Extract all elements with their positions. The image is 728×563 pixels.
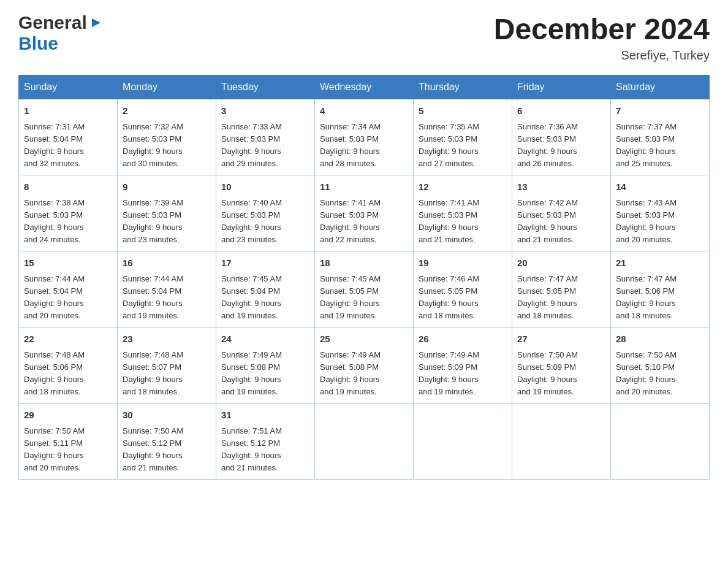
calendar-header-thursday: Thursday [414,75,512,99]
calendar-cell: 29Sunrise: 7:50 AMSunset: 5:11 PMDayligh… [19,404,118,480]
calendar-cell: 17Sunrise: 7:45 AMSunset: 5:04 PMDayligh… [216,251,315,327]
logo-general-text: General [18,12,87,33]
month-title: December 2024 [494,12,710,46]
calendar-cell: 15Sunrise: 7:44 AMSunset: 5:04 PMDayligh… [19,251,118,327]
day-number: 30 [123,408,211,423]
calendar-cell: 9Sunrise: 7:39 AMSunset: 5:03 PMDaylight… [118,175,216,251]
location: Serefiye, Turkey [494,48,710,63]
day-number: 21 [616,256,704,270]
page-header: General Blue December 2024 Serefiye, Tur… [18,12,710,63]
day-number: 5 [419,104,507,118]
calendar-header-friday: Friday [512,75,611,99]
day-number: 25 [320,332,408,347]
day-number: 3 [221,104,309,118]
calendar-header-sunday: Sunday [19,75,118,99]
day-info: Sunrise: 7:43 AMSunset: 5:03 PMDaylight:… [616,197,704,247]
day-info: Sunrise: 7:48 AMSunset: 5:07 PMDaylight:… [123,349,211,399]
day-number: 2 [123,104,211,118]
day-number: 20 [517,256,605,270]
calendar-cell: 28Sunrise: 7:50 AMSunset: 5:10 PMDayligh… [611,327,710,404]
calendar-cell: 25Sunrise: 7:49 AMSunset: 5:08 PMDayligh… [315,327,414,404]
day-number: 6 [517,104,605,118]
calendar-header-tuesday: Tuesday [216,75,315,99]
day-number: 13 [517,180,605,194]
day-info: Sunrise: 7:46 AMSunset: 5:05 PMDaylight:… [419,273,507,323]
calendar-cell: 6Sunrise: 7:36 AMSunset: 5:03 PMDaylight… [512,99,611,175]
day-info: Sunrise: 7:49 AMSunset: 5:08 PMDaylight:… [320,349,408,399]
day-number: 15 [24,256,112,270]
logo: General Blue [18,12,103,54]
calendar-cell: 18Sunrise: 7:45 AMSunset: 5:05 PMDayligh… [315,251,414,327]
logo-arrow-icon [89,16,103,32]
day-info: Sunrise: 7:45 AMSunset: 5:04 PMDaylight:… [221,273,309,323]
calendar-cell: 11Sunrise: 7:41 AMSunset: 5:03 PMDayligh… [315,175,414,251]
day-info: Sunrise: 7:50 AMSunset: 5:10 PMDaylight:… [616,349,704,399]
day-number: 17 [221,256,309,270]
day-number: 8 [24,180,112,194]
calendar-cell: 30Sunrise: 7:50 AMSunset: 5:12 PMDayligh… [118,404,216,480]
svg-marker-0 [92,18,100,27]
calendar-table: SundayMondayTuesdayWednesdayThursdayFrid… [18,75,710,480]
title-section: December 2024 Serefiye, Turkey [494,12,710,63]
day-number: 24 [221,332,309,347]
day-info: Sunrise: 7:48 AMSunset: 5:06 PMDaylight:… [24,349,112,399]
calendar-cell: 8Sunrise: 7:38 AMSunset: 5:03 PMDaylight… [19,175,118,251]
day-info: Sunrise: 7:51 AMSunset: 5:12 PMDaylight:… [221,425,309,475]
calendar-cell [315,404,414,480]
calendar-cell: 12Sunrise: 7:41 AMSunset: 5:03 PMDayligh… [414,175,512,251]
calendar-cell: 10Sunrise: 7:40 AMSunset: 5:03 PMDayligh… [216,175,315,251]
calendar-cell: 7Sunrise: 7:37 AMSunset: 5:03 PMDaylight… [611,99,710,175]
calendar-cell: 14Sunrise: 7:43 AMSunset: 5:03 PMDayligh… [611,175,710,251]
day-number: 28 [616,332,704,347]
calendar-cell: 31Sunrise: 7:51 AMSunset: 5:12 PMDayligh… [216,404,315,480]
calendar-header-monday: Monday [118,75,216,99]
calendar-cell [414,404,512,480]
day-number: 29 [24,408,112,423]
calendar-header-row: SundayMondayTuesdayWednesdayThursdayFrid… [19,75,710,99]
calendar-cell: 2Sunrise: 7:32 AMSunset: 5:03 PMDaylight… [118,99,216,175]
calendar-cell: 24Sunrise: 7:49 AMSunset: 5:08 PMDayligh… [216,327,315,404]
day-info: Sunrise: 7:36 AMSunset: 5:03 PMDaylight:… [517,121,605,170]
day-info: Sunrise: 7:49 AMSunset: 5:08 PMDaylight:… [221,349,309,399]
day-info: Sunrise: 7:47 AMSunset: 5:06 PMDaylight:… [616,273,704,323]
calendar-cell: 3Sunrise: 7:33 AMSunset: 5:03 PMDaylight… [216,99,315,175]
calendar-cell: 16Sunrise: 7:44 AMSunset: 5:04 PMDayligh… [118,251,216,327]
day-info: Sunrise: 7:39 AMSunset: 5:03 PMDaylight:… [123,197,211,247]
day-info: Sunrise: 7:34 AMSunset: 5:03 PMDaylight:… [320,121,408,170]
day-number: 11 [320,180,408,194]
day-number: 26 [419,332,507,347]
calendar-week-3: 15Sunrise: 7:44 AMSunset: 5:04 PMDayligh… [19,251,710,327]
day-number: 22 [24,332,112,347]
day-number: 10 [221,180,309,194]
logo-blue-text: Blue [18,33,58,53]
day-number: 7 [616,104,704,118]
calendar-cell: 23Sunrise: 7:48 AMSunset: 5:07 PMDayligh… [118,327,216,404]
day-number: 1 [24,104,112,118]
calendar-header-wednesday: Wednesday [315,75,414,99]
day-info: Sunrise: 7:37 AMSunset: 5:03 PMDaylight:… [616,121,704,170]
day-info: Sunrise: 7:35 AMSunset: 5:03 PMDaylight:… [419,121,507,170]
calendar-week-5: 29Sunrise: 7:50 AMSunset: 5:11 PMDayligh… [19,404,710,480]
calendar-cell [512,404,611,480]
calendar-cell: 26Sunrise: 7:49 AMSunset: 5:09 PMDayligh… [414,327,512,404]
calendar-cell: 13Sunrise: 7:42 AMSunset: 5:03 PMDayligh… [512,175,611,251]
day-number: 16 [123,256,211,270]
calendar-week-1: 1Sunrise: 7:31 AMSunset: 5:04 PMDaylight… [19,99,710,175]
calendar-cell: 27Sunrise: 7:50 AMSunset: 5:09 PMDayligh… [512,327,611,404]
day-number: 4 [320,104,408,118]
calendar-cell: 19Sunrise: 7:46 AMSunset: 5:05 PMDayligh… [414,251,512,327]
calendar-cell: 4Sunrise: 7:34 AMSunset: 5:03 PMDaylight… [315,99,414,175]
day-info: Sunrise: 7:41 AMSunset: 5:03 PMDaylight:… [320,197,408,247]
calendar-cell: 21Sunrise: 7:47 AMSunset: 5:06 PMDayligh… [611,251,710,327]
day-number: 27 [517,332,605,347]
calendar-week-4: 22Sunrise: 7:48 AMSunset: 5:06 PMDayligh… [19,327,710,404]
day-number: 14 [616,180,704,194]
day-info: Sunrise: 7:40 AMSunset: 5:03 PMDaylight:… [221,197,309,247]
day-info: Sunrise: 7:49 AMSunset: 5:09 PMDaylight:… [419,349,507,399]
calendar-header-saturday: Saturday [611,75,710,99]
day-info: Sunrise: 7:32 AMSunset: 5:03 PMDaylight:… [123,121,211,170]
calendar-cell: 5Sunrise: 7:35 AMSunset: 5:03 PMDaylight… [414,99,512,175]
day-info: Sunrise: 7:44 AMSunset: 5:04 PMDaylight:… [123,273,211,323]
calendar-week-2: 8Sunrise: 7:38 AMSunset: 5:03 PMDaylight… [19,175,710,251]
day-info: Sunrise: 7:50 AMSunset: 5:12 PMDaylight:… [123,425,211,475]
